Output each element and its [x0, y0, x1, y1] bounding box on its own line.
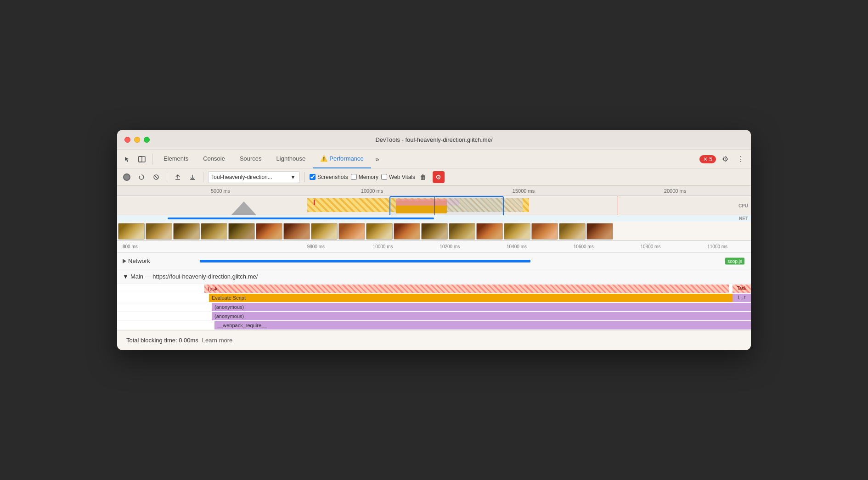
title-bar: DevTools - foul-heavenly-direction.glitc… — [117, 130, 751, 150]
cpu-track: CPU — [117, 196, 751, 215]
svg-line-4 — [155, 176, 158, 179]
blocking-time-text: Total blocking time: 0.00ms — [126, 337, 198, 344]
minimize-button[interactable] — [134, 137, 140, 143]
flamechart-area: 800 ms 9800 ms 10000 ms 10200 ms 10400 m… — [117, 241, 751, 330]
error-badge[interactable]: ✕ 5 — [699, 155, 716, 163]
screenshots-checkbox[interactable] — [310, 174, 316, 180]
learn-more-link[interactable]: Learn more — [202, 337, 232, 344]
ruler-tick-20000: 20000 ms — [599, 188, 751, 194]
fc-tick-10800: 10800 ms — [617, 244, 684, 249]
tab-performance[interactable]: ⚠️ Performance — [313, 150, 371, 168]
capture-settings-button[interactable]: ⚙ — [433, 171, 445, 183]
webvitals-checkbox[interactable] — [381, 174, 387, 180]
selection-box[interactable] — [389, 196, 503, 215]
screenshots-label: Screenshots — [317, 174, 348, 180]
screenshots-checkbox-group: Screenshots — [310, 174, 348, 180]
fc-tick-10600: 10600 ms — [550, 244, 617, 249]
ruler-tick-5000: 5000 ms — [145, 188, 296, 194]
tab-lighthouse[interactable]: Lighthouse — [269, 150, 313, 168]
fc-tick-10400: 10400 ms — [483, 244, 550, 249]
memory-checkbox-group: Memory — [351, 174, 378, 180]
timeline-overview[interactable]: 5000 ms 10000 ms 15000 ms 20000 ms CPU — [117, 186, 751, 241]
more-tabs-button[interactable]: » — [371, 153, 384, 166]
performance-toolbar: foul-heavenly-direction... ▼ Screenshots… — [117, 168, 751, 186]
perf-divider-2 — [203, 172, 203, 182]
flamechart-ruler: 800 ms 9800 ms 10000 ms 10200 ms 10400 m… — [117, 241, 751, 253]
record-button[interactable] — [121, 171, 133, 183]
svg-rect-1 — [139, 156, 142, 162]
network-row: Network soop.js — [117, 253, 751, 269]
perf-divider-3 — [304, 172, 305, 182]
clear-recording-button[interactable]: 🗑 — [420, 173, 426, 181]
anon-bar-0[interactable]: (anonymous) — [212, 303, 751, 311]
more-options-icon[interactable]: ⋮ — [734, 153, 747, 166]
devtools-toolbar: Elements Console Sources Lighthouse ⚠️ P… — [117, 150, 751, 168]
divider-1 — [152, 154, 152, 165]
task-row-0: Task Task — [117, 284, 751, 293]
reload-record-button[interactable] — [135, 171, 147, 183]
eval-bar[interactable]: Evaluate Script — [209, 294, 733, 302]
url-dropdown[interactable]: foul-heavenly-direction... ▼ — [208, 171, 300, 183]
screenshots-track — [117, 222, 751, 241]
cursor-icon[interactable] — [121, 153, 134, 166]
net-label: NET — [739, 216, 748, 221]
toolbar-right: ✕ 5 ⚙ ⋮ — [699, 153, 747, 166]
traffic-lights — [124, 137, 150, 143]
webpack-bar[interactable]: __webpack_require__ — [214, 321, 751, 329]
task-bar-0[interactable]: Task — [204, 285, 729, 293]
task-row-2: (anonymous) — [117, 302, 751, 312]
left-tick-label: 800 ms — [117, 244, 200, 249]
task-row-4: __webpack_require__ — [117, 321, 751, 330]
clear-button[interactable] — [150, 171, 162, 183]
status-bar: Total blocking time: 0.00ms Learn more — [117, 330, 751, 350]
tab-sources[interactable]: Sources — [232, 150, 269, 168]
devtools-window: DevTools - foul-heavenly-direction.glitc… — [117, 130, 751, 350]
svg-marker-2 — [139, 176, 141, 177]
dock-icon[interactable] — [135, 153, 148, 166]
cpu-label: CPU — [738, 203, 748, 208]
network-label[interactable]: Network — [117, 257, 200, 264]
fc-tick-10000: 10000 ms — [349, 244, 417, 249]
fc-tick-9800: 9800 ms — [282, 244, 349, 249]
main-thread-header: ▼ Main — https://foul-heavenly-direction… — [117, 269, 751, 284]
anon-bar-1[interactable]: (anonymous) — [212, 312, 751, 320]
expand-network-icon[interactable] — [123, 259, 126, 263]
webvitals-label: Web Vitals — [389, 174, 415, 180]
window-title: DevTools - foul-heavenly-direction.glitc… — [375, 136, 492, 143]
collapse-arrow-icon[interactable]: ▼ — [123, 273, 129, 280]
task-bar-right-0[interactable]: Task — [733, 285, 751, 293]
network-bar-area — [200, 253, 751, 269]
flame-container: Task Task Evaluate Script L...t — [117, 284, 751, 330]
tab-list: Elements Console Sources Lighthouse ⚠️ P… — [156, 150, 698, 168]
ruler-tick-10000: 10000 ms — [296, 188, 448, 194]
fc-tick-10200: 10200 ms — [416, 244, 483, 249]
download-button[interactable] — [186, 171, 198, 183]
tab-console[interactable]: Console — [196, 150, 232, 168]
memory-label: Memory — [359, 174, 378, 180]
perf-divider-1 — [167, 172, 167, 182]
eval-bar-right[interactable]: L...t — [733, 294, 751, 302]
timeline-ruler: 5000 ms 10000 ms 15000 ms 20000 ms — [117, 186, 751, 196]
ruler-tick-15000: 15000 ms — [448, 188, 599, 194]
webvitals-checkbox-group: Web Vitals — [381, 174, 415, 180]
network-timeline-bar — [200, 260, 530, 262]
maximize-button[interactable] — [144, 137, 150, 143]
settings-icon[interactable]: ⚙ — [719, 153, 732, 166]
soop-badge: soop.js — [725, 257, 744, 264]
net-track: NET — [117, 215, 751, 222]
task-row-3: (anonymous) — [117, 312, 751, 321]
upload-button[interactable] — [172, 171, 184, 183]
task-row-1: Evaluate Script L...t — [117, 293, 751, 302]
tab-elements[interactable]: Elements — [156, 150, 196, 168]
fc-tick-11000: 11000 ms — [684, 244, 751, 249]
close-button[interactable] — [124, 137, 130, 143]
red-cursor — [618, 196, 618, 215]
ruler-ticks: 9800 ms 10000 ms 10200 ms 10400 ms 10600… — [200, 244, 751, 249]
memory-checkbox[interactable] — [351, 174, 357, 180]
